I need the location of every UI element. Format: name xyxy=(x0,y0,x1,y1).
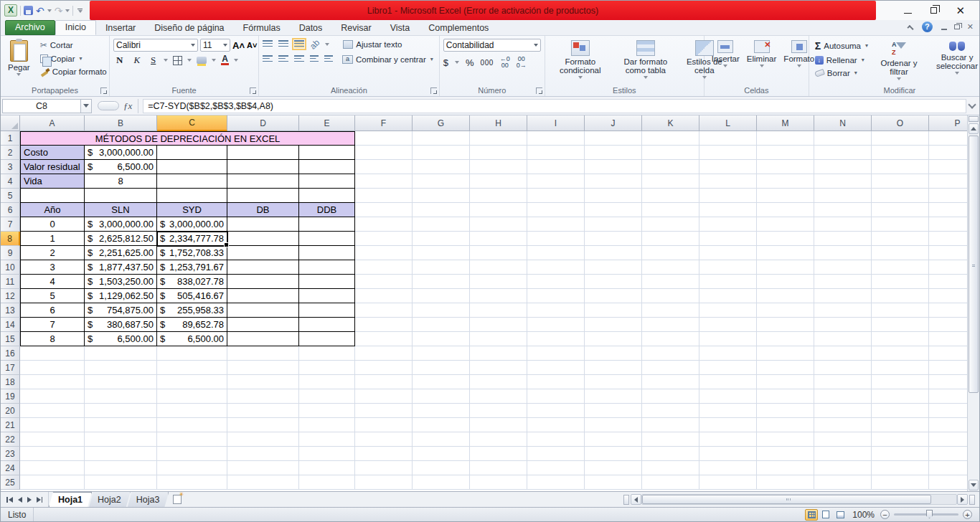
cell-I12[interactable] xyxy=(527,289,585,303)
cell-F8[interactable] xyxy=(355,232,413,246)
increase-indent-icon[interactable] xyxy=(324,55,333,63)
cell-K19[interactable] xyxy=(642,389,699,404)
cell-I1[interactable] xyxy=(527,131,585,146)
cell-M18[interactable] xyxy=(757,375,814,389)
cell-K12[interactable] xyxy=(642,289,699,303)
cell-D13[interactable] xyxy=(227,303,299,318)
cell-E17[interactable] xyxy=(299,361,355,375)
undo-dropdown-icon[interactable] xyxy=(47,9,52,12)
cell-F11[interactable] xyxy=(355,275,413,289)
cell-B4[interactable]: 8 xyxy=(85,174,157,189)
row-header-21[interactable]: 21 xyxy=(1,418,20,432)
cell-I19[interactable] xyxy=(527,389,585,404)
cell-G12[interactable] xyxy=(413,289,470,303)
cell-O19[interactable] xyxy=(872,389,929,404)
cell-G4[interactable] xyxy=(413,174,470,189)
cell-M4[interactable] xyxy=(757,174,814,189)
cell-N2[interactable] xyxy=(814,146,872,160)
cell-H24[interactable] xyxy=(470,461,527,475)
horizontal-split-handle[interactable] xyxy=(623,495,629,505)
cell-A16[interactable] xyxy=(20,346,85,361)
cell-O13[interactable] xyxy=(872,303,929,318)
copy-button[interactable]: Copiar xyxy=(38,53,109,64)
number-dialog-launcher-icon[interactable] xyxy=(536,87,542,94)
cell-K2[interactable] xyxy=(642,146,699,160)
cell-G18[interactable] xyxy=(413,375,470,389)
format-painter-button[interactable]: Copiar formato xyxy=(38,66,109,77)
cell-M9[interactable] xyxy=(757,246,814,260)
cell-H3[interactable] xyxy=(470,160,527,174)
column-header-L[interactable]: L xyxy=(699,115,757,131)
row-header-24[interactable]: 24 xyxy=(1,461,20,475)
cell-N4[interactable] xyxy=(814,174,872,189)
row-header-19[interactable]: 19 xyxy=(1,389,20,404)
cell-C17[interactable] xyxy=(157,361,227,375)
cell-H4[interactable] xyxy=(470,174,527,189)
page-layout-view-button[interactable] xyxy=(819,509,832,521)
cell-A21[interactable] xyxy=(20,418,85,432)
sheet-tab-hoja1[interactable]: Hoja1 xyxy=(49,492,92,507)
formula-input[interactable]: =C7-SYD($B$2,$B$3,$B$4,A8) xyxy=(143,99,966,113)
cell-J1[interactable] xyxy=(585,131,642,146)
cell-D22[interactable] xyxy=(227,432,299,447)
cell-D15[interactable] xyxy=(227,332,299,346)
cell-G1[interactable] xyxy=(413,131,470,146)
row-header-16[interactable]: 16 xyxy=(1,346,20,361)
cell-N13[interactable] xyxy=(814,303,872,318)
vertical-scrollbar[interactable] xyxy=(967,115,979,491)
cell-A9[interactable]: 2 xyxy=(20,246,85,260)
vertical-scroll-thumb[interactable] xyxy=(969,136,979,393)
cell-B25[interactable] xyxy=(85,475,157,490)
cell-B6[interactable]: SLN xyxy=(85,203,157,217)
orientation-icon[interactable]: ab xyxy=(308,37,321,51)
cell-K4[interactable] xyxy=(642,174,699,189)
bold-button[interactable]: N xyxy=(113,54,126,66)
cell-K22[interactable] xyxy=(642,432,699,447)
cell-D18[interactable] xyxy=(227,375,299,389)
cell-A24[interactable] xyxy=(20,461,85,475)
cell-D24[interactable] xyxy=(227,461,299,475)
cell-J13[interactable] xyxy=(585,303,642,318)
cell-I16[interactable] xyxy=(527,346,585,361)
cell-K13[interactable] xyxy=(642,303,699,318)
cell-L20[interactable] xyxy=(699,404,757,418)
cell-H6[interactable] xyxy=(470,203,527,217)
tab-complementos[interactable]: Complementos xyxy=(419,22,498,35)
cell-J20[interactable] xyxy=(585,404,642,418)
merge-center-button[interactable]: Combinar y centrar xyxy=(340,54,435,65)
underline-button[interactable]: S xyxy=(148,54,159,66)
cell-L12[interactable] xyxy=(699,289,757,303)
cell-K10[interactable] xyxy=(642,260,699,275)
cell-C4[interactable] xyxy=(157,174,227,189)
increase-decimal-icon[interactable]: ←000 xyxy=(500,56,510,69)
cell-L6[interactable] xyxy=(699,203,757,217)
tab-vista[interactable]: Vista xyxy=(381,22,420,35)
cell-O5[interactable] xyxy=(872,189,929,203)
cell-G13[interactable] xyxy=(413,303,470,318)
restore-button[interactable] xyxy=(930,7,937,14)
cell-L7[interactable] xyxy=(699,217,757,232)
cell-M16[interactable] xyxy=(757,346,814,361)
cut-button[interactable]: ✂Cortar xyxy=(38,39,109,51)
cell-A7[interactable]: 0 xyxy=(20,217,85,232)
cell-F16[interactable] xyxy=(355,346,413,361)
cell-D25[interactable] xyxy=(227,475,299,490)
cell-F22[interactable] xyxy=(355,432,413,447)
cell-L10[interactable] xyxy=(699,260,757,275)
cell-F3[interactable] xyxy=(355,160,413,174)
cell-C21[interactable] xyxy=(157,418,227,432)
cell-J25[interactable] xyxy=(585,475,642,490)
scroll-right-icon[interactable] xyxy=(957,494,968,505)
cell-B12[interactable]: $1,129,062.50 xyxy=(85,289,157,303)
cell-E12[interactable] xyxy=(299,289,355,303)
cell-K11[interactable] xyxy=(642,275,699,289)
cell-C9[interactable]: $1,752,708.33 xyxy=(157,246,227,260)
insert-cells-button[interactable]: Insertar xyxy=(708,39,743,69)
cell-F10[interactable] xyxy=(355,260,413,275)
last-sheet-icon[interactable] xyxy=(37,497,43,503)
currency-dropdown-icon[interactable] xyxy=(455,61,459,64)
cell-G16[interactable] xyxy=(413,346,470,361)
cell-O7[interactable] xyxy=(872,217,929,232)
tab-insertar[interactable]: Insertar xyxy=(96,22,145,35)
underline-dropdown-icon[interactable] xyxy=(164,59,168,62)
